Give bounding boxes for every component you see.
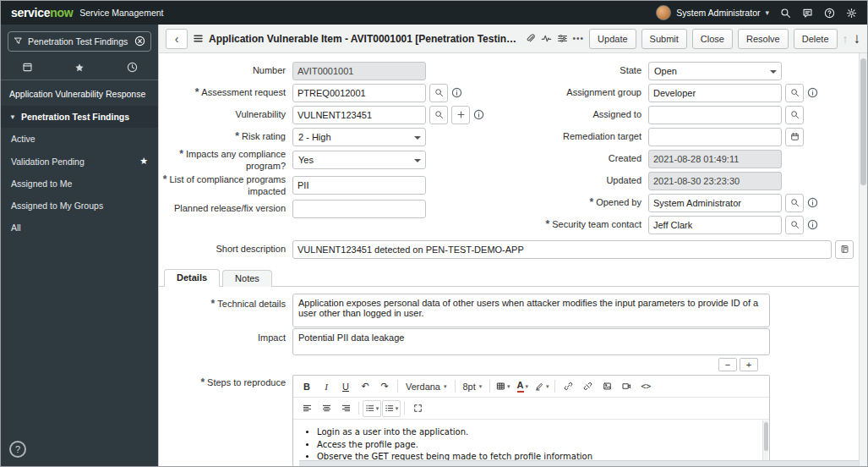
font-size-select[interactable]: 8pt▾ bbox=[459, 378, 487, 395]
editor-content[interactable]: Login as a user into the application. Ac… bbox=[293, 420, 769, 466]
vulnerability-input[interactable] bbox=[292, 106, 426, 124]
fullscreen-icon[interactable] bbox=[408, 400, 427, 417]
insert-video-icon[interactable] bbox=[617, 378, 636, 395]
assessment-request-input[interactable] bbox=[292, 84, 426, 102]
form-context-menu-icon[interactable] bbox=[193, 33, 204, 44]
undo-icon[interactable]: ↶ bbox=[356, 378, 374, 395]
opened-by-lookup-icon[interactable] bbox=[785, 194, 804, 212]
assigned-to-lookup-icon[interactable] bbox=[785, 106, 804, 124]
page-scrollbar[interactable] bbox=[859, 53, 867, 466]
assignment-group-input[interactable] bbox=[648, 84, 782, 102]
user-menu[interactable]: System Administrator ▾ bbox=[656, 5, 769, 20]
assignment-group-lookup-icon[interactable] bbox=[785, 84, 804, 102]
planned-release-input[interactable] bbox=[292, 200, 426, 218]
sidebar-item-assigned-to-my-groups[interactable]: Assigned to My Groups bbox=[1, 195, 158, 217]
search-icon[interactable] bbox=[780, 8, 791, 19]
insert-link-icon[interactable] bbox=[559, 378, 577, 395]
tab-details[interactable]: Details bbox=[164, 269, 220, 287]
font-color-icon[interactable]: A▾ bbox=[513, 378, 532, 395]
submit-button[interactable]: Submit bbox=[641, 29, 687, 49]
gear-icon[interactable] bbox=[846, 8, 857, 19]
filter-input[interactable]: Penetration Test Findings bbox=[28, 36, 129, 47]
back-button[interactable]: ‹ bbox=[166, 29, 188, 49]
sidebar-item-all[interactable]: All bbox=[1, 217, 158, 239]
editor-scrollbar-thumb[interactable] bbox=[764, 422, 768, 451]
opened-by-input[interactable] bbox=[648, 194, 782, 212]
align-center-icon[interactable] bbox=[317, 400, 336, 417]
favorite-star-icon[interactable]: ★ bbox=[139, 156, 148, 167]
security-contact-info-icon[interactable] bbox=[807, 219, 818, 230]
next-record-icon[interactable]: ↓ bbox=[854, 30, 861, 47]
help-circle-button[interactable]: ? bbox=[9, 441, 26, 458]
assignment-group-info-icon[interactable] bbox=[807, 87, 818, 98]
shrink-editor-button[interactable]: − bbox=[718, 358, 737, 371]
chat-icon[interactable] bbox=[802, 8, 813, 19]
field-assigned-to: Assigned to bbox=[509, 104, 859, 125]
field-state: State Open bbox=[509, 60, 859, 81]
remediation-target-calendar-icon[interactable] bbox=[785, 128, 804, 146]
header-actions: System Administrator ▾ bbox=[656, 5, 857, 20]
opened-by-info-icon[interactable] bbox=[807, 197, 818, 208]
sidebar-item-active[interactable]: Active bbox=[1, 128, 158, 150]
sidebar-item-assigned-to-me[interactable]: Assigned to Me bbox=[1, 173, 158, 195]
assigned-to-input[interactable] bbox=[648, 106, 782, 124]
bullet-list-icon[interactable]: ▾ bbox=[363, 400, 381, 417]
assessment-request-lookup-icon[interactable] bbox=[429, 84, 448, 102]
remove-link-icon[interactable] bbox=[578, 378, 597, 395]
assessment-request-info-icon[interactable] bbox=[451, 87, 462, 98]
background-color-icon[interactable]: ▾ bbox=[532, 378, 551, 395]
divider bbox=[455, 380, 456, 393]
clear-filter-icon[interactable] bbox=[134, 36, 145, 48]
vulnerability-add-icon[interactable] bbox=[451, 106, 470, 124]
favorites-tab[interactable] bbox=[53, 55, 106, 80]
insert-image-icon[interactable] bbox=[598, 378, 616, 395]
personalize-form-icon[interactable] bbox=[557, 33, 568, 44]
risk-rating-select[interactable]: 2 - High bbox=[292, 128, 426, 146]
source-code-icon[interactable]: <> bbox=[636, 378, 655, 395]
knowledge-search-icon[interactable] bbox=[835, 240, 854, 259]
align-right-icon[interactable] bbox=[336, 400, 355, 417]
assignment-group-label: Assignment group bbox=[509, 87, 648, 99]
close-button[interactable]: Close bbox=[692, 29, 733, 49]
table-icon[interactable]: ▾ bbox=[494, 378, 512, 395]
font-family-select[interactable]: Verdana▾ bbox=[401, 378, 451, 395]
technical-details-label: *Technical details bbox=[159, 294, 292, 310]
filter-navigator[interactable]: Penetration Test Findings bbox=[8, 31, 151, 52]
vulnerability-info-icon[interactable] bbox=[473, 109, 484, 120]
resolve-button[interactable]: Resolve bbox=[738, 29, 789, 49]
page-scrollbar-thumb[interactable] bbox=[860, 58, 866, 185]
technical-details-textarea[interactable]: Application exposes personal data of oth… bbox=[292, 294, 770, 327]
security-contact-input[interactable] bbox=[648, 216, 782, 234]
activity-stream-icon[interactable] bbox=[541, 33, 552, 44]
delete-button[interactable]: Delete bbox=[794, 29, 838, 49]
numbered-list-icon[interactable]: ▾ bbox=[382, 400, 401, 417]
bold-button[interactable]: B bbox=[298, 378, 316, 395]
align-left-icon[interactable] bbox=[298, 400, 316, 417]
security-contact-lookup-icon[interactable] bbox=[785, 216, 804, 234]
impact-textarea[interactable]: Potential PII data leakage bbox=[292, 328, 770, 355]
remediation-target-input[interactable] bbox=[648, 128, 782, 146]
vulnerability-lookup-icon[interactable] bbox=[429, 106, 448, 124]
more-options-icon[interactable]: ••• bbox=[573, 34, 585, 43]
impacts-compliance-select[interactable]: Yes bbox=[292, 151, 426, 169]
underline-button[interactable]: U bbox=[336, 378, 355, 395]
editor-scrollbar[interactable] bbox=[762, 420, 768, 466]
sidebar-item-validation-pending[interactable]: Validation Pending ★ bbox=[1, 150, 158, 173]
italic-button[interactable]: I bbox=[317, 378, 336, 395]
history-tab[interactable] bbox=[106, 55, 158, 80]
tab-notes[interactable]: Notes bbox=[222, 270, 272, 287]
state-select[interactable]: Open bbox=[648, 62, 782, 80]
servicenow-window: servicenow Service Management System Adm… bbox=[0, 0, 868, 467]
redo-icon[interactable]: ↷ bbox=[375, 378, 394, 395]
servicenow-logo[interactable]: servicenow bbox=[11, 6, 73, 19]
filter-icon bbox=[14, 36, 23, 47]
short-description-input[interactable] bbox=[292, 240, 832, 259]
help-icon[interactable] bbox=[824, 8, 835, 19]
attachment-paperclip-icon[interactable] bbox=[525, 33, 536, 44]
all-applications-tab[interactable] bbox=[1, 55, 53, 80]
update-button[interactable]: Update bbox=[589, 29, 636, 49]
number-input bbox=[292, 62, 426, 80]
module-section-penetration-test-findings[interactable]: ▼ Penetration Test Findings bbox=[1, 106, 158, 128]
grow-editor-button[interactable]: + bbox=[740, 358, 758, 371]
compliance-programs-input[interactable] bbox=[292, 176, 426, 195]
